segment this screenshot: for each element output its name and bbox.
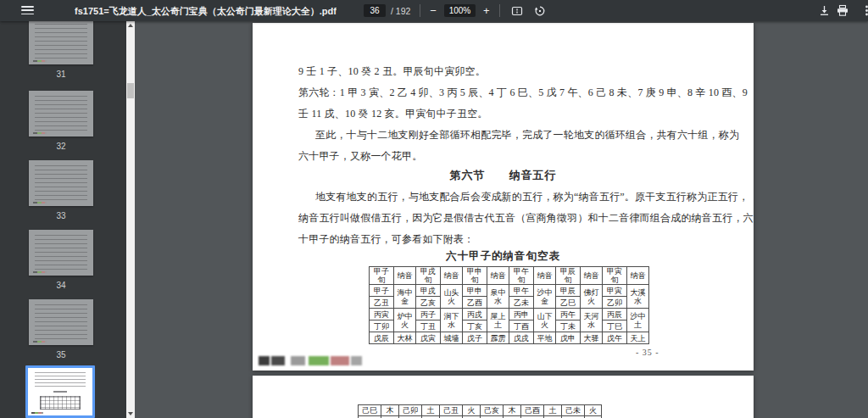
table-cell: 火 bbox=[462, 404, 480, 416]
table-cell: 乙亥 bbox=[416, 297, 441, 309]
table-header-cell: 纳音 bbox=[394, 267, 416, 285]
zoom-in-button[interactable]: + bbox=[483, 5, 490, 16]
toolbar-center-controls: 36 / 192 − 100% + bbox=[364, 0, 546, 21]
table-header-cell: 甲戌旬 bbox=[416, 267, 441, 285]
table-cell: 城墙 bbox=[441, 332, 463, 344]
table-cell: 乙酉 bbox=[463, 297, 487, 309]
thumbnail-preview-table bbox=[40, 396, 81, 410]
table-header-cell: 甲寅旬 bbox=[603, 267, 627, 285]
table-cell: 乙未 bbox=[509, 297, 534, 309]
table-cell: 丁亥 bbox=[463, 320, 487, 332]
table-cell: 乙巳 bbox=[556, 297, 581, 309]
thumbnail-page-36-selected[interactable] bbox=[25, 365, 95, 418]
body-text-line: 至此，十与十二地支刚好全部循环相配完毕，完成了一轮地支的循环组合，共有六十组，称… bbox=[315, 128, 739, 142]
page-thumbnail-sidebar: 3132333435 bbox=[0, 21, 126, 418]
fit-to-page-icon[interactable] bbox=[511, 5, 523, 17]
table-header-cell: 纳音 bbox=[441, 267, 463, 285]
table-cell: 己卯 bbox=[398, 404, 421, 416]
section-heading: 第六节 纳音五行 bbox=[253, 168, 754, 183]
toolbar-divider bbox=[499, 4, 500, 17]
scrollbar-thumb[interactable] bbox=[127, 83, 134, 98]
print-icon[interactable] bbox=[836, 4, 849, 17]
thumbnail-page-33[interactable] bbox=[29, 160, 93, 206]
thumbnail-page-32[interactable] bbox=[29, 91, 93, 137]
body-text-line: 地支有地支的五行，与地支配合后会变成新的五行，称为“纳音五行”。原干支五行称为正… bbox=[315, 190, 748, 204]
page-number-input[interactable]: 36 bbox=[364, 4, 386, 17]
nayin-table: 甲子旬纳音甲戌旬纳音甲申旬纳音甲午旬纳音甲辰旬纳音甲寅旬纳音甲子海中金甲戌山头火… bbox=[369, 266, 649, 344]
thumbnail-watermark bbox=[31, 412, 43, 414]
pdf-page-36: 9 壬 1 子、10 癸 2 丑。甲辰旬中寅卯空。 第六轮：1 甲 3 寅、2 … bbox=[253, 23, 754, 371]
thumbnail-preview bbox=[35, 372, 86, 389]
table-cell: 己丑 bbox=[439, 404, 462, 416]
printed-page-number: - 35 - bbox=[636, 348, 659, 357]
table-cell: 沙中土 bbox=[627, 309, 649, 332]
table-cell: 霹雳 bbox=[487, 332, 509, 344]
document-viewport[interactable]: 9 壬 1 子、10 癸 2 丑。甲辰旬中寅卯空。 第六轮：1 甲 3 寅、2 … bbox=[135, 21, 868, 418]
more-options-icon[interactable] bbox=[865, 4, 868, 17]
thumbnail-label: 35 bbox=[29, 350, 93, 359]
thumbnail-label: 33 bbox=[29, 211, 93, 220]
table-header-cell: 甲午旬 bbox=[509, 267, 534, 285]
thumbnail-label: 34 bbox=[29, 281, 93, 290]
table-cell: 戊戌 bbox=[509, 332, 534, 344]
pdf-toolbar: fs1751=飞龙道人_太公奇门宝典（太公奇门最新理论大全）.pdf 36 / … bbox=[0, 0, 868, 21]
table-cell: 丁未 bbox=[556, 320, 581, 332]
table-cell: 木 bbox=[381, 404, 398, 416]
table-cell: 佛灯火 bbox=[581, 285, 603, 309]
thumbnail-preview bbox=[35, 24, 87, 59]
table-cell: 甲辰 bbox=[556, 285, 581, 297]
thumbnail-watermark bbox=[33, 132, 47, 134]
nayin-table-wrap: 甲子旬纳音甲戌旬纳音甲申旬纳音甲午旬纳音甲辰旬纳音甲寅旬纳音甲子海中金甲戌山头火… bbox=[369, 266, 649, 344]
table-cell: 戊辰 bbox=[370, 332, 394, 344]
thumbnail-page-35[interactable] bbox=[29, 299, 93, 345]
table-cell: 己酉 bbox=[520, 404, 543, 416]
scanner-watermark bbox=[259, 355, 369, 366]
pdf-page-37: 己巳木己卯土己丑火己亥木己酉土己未火 bbox=[253, 376, 754, 418]
table-cell: 己亥 bbox=[480, 404, 503, 416]
table-cell: 大驿 bbox=[581, 332, 603, 344]
table-cell: 丙申 bbox=[509, 309, 534, 320]
thumbnail-preview bbox=[35, 96, 87, 131]
thumbnail-watermark bbox=[33, 60, 47, 62]
body-text-line: 壬 11 戌、10 癸 12 亥。甲寅旬中子丑空。 bbox=[298, 107, 488, 121]
table-cell: 木 bbox=[503, 404, 520, 416]
document-title: fs1751=飞龙道人_太公奇门宝典（太公奇门最新理论大全）.pdf bbox=[75, 5, 337, 18]
zoom-out-button[interactable]: − bbox=[430, 5, 437, 16]
table-header-cell: 纳音 bbox=[534, 267, 556, 285]
table-cell: 甲戌 bbox=[416, 285, 441, 297]
body-text-line: 纳音五行叫做假借五行，因为它是假借古代五音（宫商角徵羽）和十二音律而组合成的纳音… bbox=[298, 211, 754, 226]
table-cell: 丙辰 bbox=[603, 309, 627, 320]
thumbnail-preview bbox=[35, 304, 87, 340]
table-title: 六十甲子的纳音旬空表 bbox=[253, 249, 754, 264]
table-header-cell: 纳音 bbox=[627, 267, 649, 285]
thumbnail-page-31[interactable] bbox=[29, 21, 93, 64]
zoom-level-input[interactable]: 100% bbox=[444, 4, 476, 17]
table-cell: 火 bbox=[584, 404, 602, 416]
table-cell: 戊寅 bbox=[416, 332, 441, 344]
menu-icon[interactable] bbox=[21, 6, 34, 15]
scrollbar-down-arrow[interactable] bbox=[126, 410, 135, 418]
table-header-cell: 甲子旬 bbox=[370, 267, 394, 285]
rotate-counterclockwise-icon[interactable] bbox=[534, 5, 546, 17]
toolbar-divider bbox=[420, 4, 420, 17]
table-cell: 丙午 bbox=[556, 309, 581, 320]
table-header-cell: 纳音 bbox=[487, 267, 509, 285]
download-icon[interactable] bbox=[818, 4, 831, 17]
sidebar-scrollbar[interactable] bbox=[126, 21, 135, 418]
page2-table-row: 己巳木己卯土己丑火己亥木己酉土己未火 bbox=[358, 404, 602, 416]
thumbnail-page-34[interactable] bbox=[29, 230, 93, 276]
table-cell: 土 bbox=[543, 404, 561, 416]
table-cell: 丙子 bbox=[416, 309, 441, 320]
table-cell: 丁酉 bbox=[509, 320, 534, 332]
thumbnail-preview-heading bbox=[53, 391, 67, 393]
table-cell: 丁巳 bbox=[603, 320, 627, 332]
table-cell: 乙丑 bbox=[370, 297, 394, 309]
table-cell: 平地 bbox=[534, 332, 556, 344]
thumbnail-watermark bbox=[33, 341, 47, 343]
scrollbar-up-arrow[interactable] bbox=[126, 21, 135, 30]
table-cell: 海中金 bbox=[394, 285, 416, 309]
table-cell: 涧下水 bbox=[441, 309, 463, 332]
thumbnail-preview bbox=[35, 165, 87, 201]
thumbnail-label: 31 bbox=[29, 70, 93, 79]
table-header-cell: 纳音 bbox=[581, 267, 603, 285]
